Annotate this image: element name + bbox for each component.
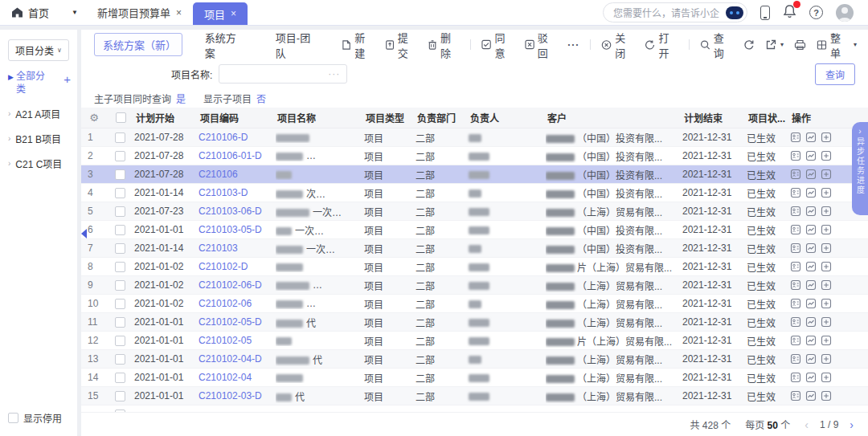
header-plan-start[interactable]: 计划开始 [134, 111, 199, 124]
header-project-code[interactable]: 项目编码 [199, 111, 276, 124]
cell-project-code-link[interactable]: C210106 [199, 169, 276, 180]
table-row[interactable]: 15 2021-01-01 C210102-03-D 代 项目 二部 （上海）贸… [81, 387, 868, 405]
table-row[interactable]: 3 2021-07-28 C210106 项目 二部 （中国）投资有限... 2… [81, 165, 868, 184]
detail-card-icon[interactable] [790, 242, 801, 254]
cell-project-code-link[interactable]: C210102-06 [199, 298, 276, 309]
chart-icon[interactable] [805, 132, 817, 143]
table-row[interactable]: 5 2021-07-23 C210103-06-D 一次… 项目 二部 （上海）… [81, 202, 868, 221]
toggle-value[interactable]: 是 [176, 94, 186, 105]
cell-project-code-link[interactable]: C210102-03-D [199, 390, 276, 401]
user-avatar[interactable] [836, 4, 854, 22]
detail-card-icon[interactable] [790, 353, 801, 365]
add-icon[interactable] [821, 206, 832, 217]
close-button[interactable]: 关闭 [601, 30, 634, 60]
row-checkbox[interactable] [115, 336, 125, 346]
table-row[interactable]: 11 2021-01-01 C210102-05-D 代 项目 二部 （上海）贸… [81, 313, 868, 332]
chart-icon[interactable] [805, 224, 817, 235]
table-row[interactable]: 1 2021-07-28 C210106-D 项目 二部 （中国）投资有限...… [81, 128, 868, 147]
async-task-progress-tab[interactable]: › 异步任务进度 [852, 122, 868, 215]
cell-project-code-link[interactable]: C210103-06-D [199, 206, 276, 217]
help-icon[interactable]: ? [809, 6, 823, 19]
add-icon[interactable] [821, 224, 832, 235]
home-caret-icon[interactable]: ▼ [72, 9, 78, 16]
add-icon[interactable] [821, 187, 832, 198]
show-disabled-toggle[interactable]: 显示停用 [8, 411, 62, 425]
show-children-toggle[interactable]: 显示子项目否 [203, 92, 266, 105]
add-icon[interactable] [821, 242, 832, 254]
per-page-value[interactable]: 50 [768, 420, 778, 431]
detail-card-icon[interactable] [790, 206, 801, 217]
table-row[interactable]: 4 2021-01-14 C210103-D 次… 项目 二部 （中国）投资有限… [81, 184, 868, 202]
collapse-sidebar-icon[interactable] [81, 229, 87, 238]
whole-doc-button[interactable]: 整单 ▾ [817, 30, 857, 60]
agree-button[interactable]: 同意 [481, 30, 514, 60]
chart-icon[interactable] [805, 390, 817, 401]
add-icon[interactable] [821, 279, 832, 291]
row-checkbox[interactable] [115, 243, 125, 254]
table-row[interactable]: 2 2021-07-28 C210106-01-D … 项目 二部 （中国）投资… [81, 147, 868, 165]
export-button[interactable]: ▾ [765, 39, 784, 51]
chevron-right-icon[interactable]: › [8, 134, 10, 143]
header-owner[interactable]: 负责人 [469, 111, 546, 124]
table-row[interactable]: 9 2021-01-02 C210102-06-D … 项目 二部 （上海）贸易… [81, 276, 868, 295]
table-row[interactable]: 10 2021-01-02 C210102-06 … 项目 二部 （上海）贸易有… [81, 295, 868, 313]
next-page-icon[interactable]: › [850, 418, 854, 431]
row-checkbox[interactable] [115, 280, 125, 291]
chart-icon[interactable] [805, 279, 817, 291]
print-button[interactable] [794, 39, 806, 51]
cell-project-code-link[interactable]: C210102-05-D [199, 316, 276, 328]
table-row[interactable]: 6 2021-01-01 C210103-05-D 一次… 项目 二部 （中国）… [81, 221, 868, 239]
search-query-button[interactable]: 查询 [815, 63, 855, 85]
cell-project-code-link[interactable]: C210106-D [199, 132, 276, 143]
row-checkbox[interactable] [115, 151, 125, 161]
view-tab-system-scheme[interactable]: 系统方案 [197, 30, 253, 63]
add-icon[interactable] [821, 132, 832, 143]
prev-page-icon[interactable]: ‹ [805, 418, 809, 431]
row-checkbox[interactable] [115, 373, 125, 383]
table-row[interactable]: 7 2021-01-14 C210103 一次… 项目 二部 （中国）投资有限.… [81, 239, 868, 258]
chart-icon[interactable] [805, 206, 817, 217]
detail-card-icon[interactable] [790, 187, 801, 198]
more-actions-button[interactable]: ··· [567, 39, 579, 51]
table-row[interactable]: 12 2021-01-01 C210102-05 项目 二部 片（上海）贸易有限… [81, 332, 868, 350]
home-tab[interactable]: 首页 ▼ [0, 0, 86, 25]
row-checkbox[interactable] [115, 299, 125, 309]
add-icon[interactable] [821, 390, 832, 401]
row-checkbox[interactable] [115, 354, 125, 365]
add-icon[interactable] [821, 261, 832, 272]
header-project-name[interactable]: 项目名称 [276, 111, 364, 124]
tab-new-project-budget[interactable]: 新增项目预算单 × [86, 0, 193, 25]
cell-project-code-link[interactable]: C210102-05 [199, 335, 276, 346]
row-checkbox[interactable] [115, 317, 125, 328]
chevron-right-icon[interactable]: › [8, 109, 10, 118]
detail-card-icon[interactable] [790, 224, 801, 235]
detail-card-icon[interactable] [790, 335, 801, 346]
parent-child-toggle[interactable]: 主子项目同时查询是 [94, 92, 186, 105]
add-icon[interactable] [821, 169, 832, 180]
view-tab-system-scheme-new[interactable]: 系统方案（新） [94, 33, 182, 56]
add-icon[interactable] [821, 353, 832, 365]
column-settings-gear-icon[interactable]: ⚙ [81, 112, 105, 124]
row-checkbox[interactable] [115, 188, 125, 198]
add-icon[interactable] [821, 298, 832, 309]
header-customer[interactable]: 客户 [546, 111, 682, 124]
detail-card-icon[interactable] [790, 316, 801, 328]
chart-icon[interactable] [805, 335, 817, 346]
sidebar-item-c21[interactable]: › C21 C项目 [8, 157, 71, 170]
chart-icon[interactable] [805, 353, 817, 365]
cell-project-code-link[interactable]: C210106-01-D [199, 150, 276, 161]
new-button[interactable]: 新建 [342, 30, 374, 60]
chart-icon[interactable] [805, 187, 817, 198]
toggle-value[interactable]: 否 [256, 94, 266, 105]
detail-card-icon[interactable] [790, 372, 801, 383]
reject-button[interactable]: 驳回 [525, 30, 557, 60]
cell-project-code-link[interactable]: C210102-D [199, 261, 276, 272]
add-icon[interactable] [821, 150, 832, 161]
header-department[interactable]: 负责部门 [416, 111, 469, 124]
detail-card-icon[interactable] [790, 390, 801, 401]
row-checkbox[interactable] [115, 225, 125, 235]
table-row[interactable]: 8 2021-01-02 C210102-D 项目 二部 片（上海）贸易有限..… [81, 258, 868, 276]
chevron-right-icon[interactable]: › [8, 159, 10, 168]
chart-icon[interactable] [805, 261, 817, 272]
detail-card-icon[interactable] [790, 169, 801, 180]
